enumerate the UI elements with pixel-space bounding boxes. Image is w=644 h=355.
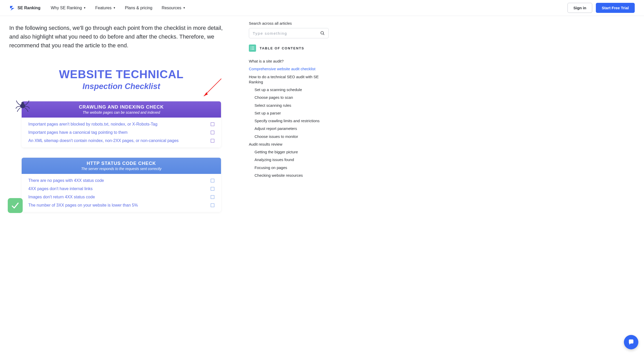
toc-item[interactable]: Specify crawling limits and restrictions bbox=[255, 117, 329, 125]
checklist-subtitle: Inspection Checklist bbox=[14, 82, 228, 91]
toc-item[interactable]: Set up a parser bbox=[255, 109, 329, 117]
svg-point-6 bbox=[251, 47, 251, 47]
checkbox-icon bbox=[211, 195, 214, 199]
checklist-body: There are no pages with 4XX status code … bbox=[22, 174, 221, 212]
section-subheading: The website pages can be scanned and ind… bbox=[27, 110, 216, 114]
svg-rect-11 bbox=[252, 49, 254, 50]
main-nav: Why SE Ranking ▼ Features ▼ Plans & pric… bbox=[51, 6, 185, 10]
logo-icon bbox=[9, 5, 15, 11]
checklist-item-label: Important pages aren't blocked by robots… bbox=[28, 122, 157, 127]
checkbox-icon bbox=[211, 203, 214, 207]
site-header: SE Ranking Why SE Ranking ▼ Features ▼ P… bbox=[0, 0, 644, 16]
svg-line-5 bbox=[323, 34, 324, 35]
logo[interactable]: SE Ranking bbox=[9, 5, 40, 11]
toc-item[interactable]: Set up a scanning schedule bbox=[255, 86, 329, 94]
svg-rect-9 bbox=[252, 48, 254, 48]
checklist-section-head: HTTP STATUS CODE CHECK The server respon… bbox=[22, 158, 221, 174]
toc-item[interactable]: Adjust report parameters bbox=[255, 125, 329, 132]
logo-text: SE Ranking bbox=[18, 6, 40, 10]
svg-point-3 bbox=[21, 102, 24, 105]
article-main: In the following sections, we'll go thro… bbox=[9, 21, 233, 212]
checkbox-icon bbox=[211, 187, 214, 191]
svg-point-8 bbox=[251, 48, 251, 49]
search-label: Search across all articles bbox=[249, 21, 329, 25]
svg-point-4 bbox=[321, 31, 324, 34]
chevron-down-icon: ▼ bbox=[83, 6, 86, 9]
sign-in-button[interactable]: Sign in bbox=[567, 3, 592, 13]
checklist-section-head: CRAWLING AND INDEXING CHECK The website … bbox=[22, 101, 221, 118]
chevron-down-icon: ▼ bbox=[113, 6, 116, 9]
checklist-item-label: Important pages have a canonical tag poi… bbox=[28, 130, 128, 135]
toc-header: TABLE OF CONTENTS bbox=[249, 45, 329, 52]
checkbox-icon bbox=[211, 131, 214, 134]
checklist-row: The number of 3XX pages on your website … bbox=[22, 201, 221, 209]
search-box[interactable] bbox=[249, 28, 329, 38]
intro-text: In the following sections, we'll go thro… bbox=[9, 24, 233, 50]
checklist-item-label: There are no pages with 4XX status code bbox=[28, 178, 104, 183]
checklist-row: Important pages have a canonical tag poi… bbox=[22, 128, 221, 137]
checkbox-icon bbox=[211, 179, 214, 182]
svg-point-10 bbox=[251, 49, 251, 50]
intro-paragraph: In the following sections, we'll go thro… bbox=[9, 24, 233, 50]
nav-label: Resources bbox=[162, 6, 181, 10]
checklist-row: Images don't return 4XX status code bbox=[22, 193, 221, 201]
section-heading: CRAWLING AND INDEXING CHECK bbox=[27, 104, 216, 110]
nav-resources[interactable]: Resources ▼ bbox=[162, 6, 185, 10]
checkbox-icon bbox=[211, 122, 214, 126]
checklist-row: There are no pages with 4XX status code bbox=[22, 176, 221, 185]
checklist-item-label: The number of 3XX pages on your website … bbox=[28, 203, 138, 208]
header-right: Sign in Start Free Trial bbox=[567, 3, 635, 13]
nav-features[interactable]: Features ▼ bbox=[95, 6, 116, 10]
toc-item[interactable]: Getting the bigger picture bbox=[255, 148, 329, 156]
nav-label: Why SE Ranking bbox=[51, 6, 82, 10]
section-heading: HTTP STATUS CODE CHECK bbox=[27, 161, 216, 166]
toc-item[interactable]: Checking website resources bbox=[255, 172, 329, 179]
checklist-title: WEBSITE TECHNICAL bbox=[14, 68, 228, 81]
toc-heading: TABLE OF CONTENTS bbox=[260, 46, 304, 50]
checklist-row: 4XX pages don't have internal links bbox=[22, 185, 221, 193]
toc-item[interactable]: Choose issues to monitor bbox=[255, 133, 329, 140]
header-left: SE Ranking Why SE Ranking ▼ Features ▼ P… bbox=[9, 5, 185, 11]
nav-why[interactable]: Why SE Ranking ▼ bbox=[51, 6, 86, 10]
annotation-arrow-icon bbox=[201, 77, 223, 99]
checklist-graphic: WEBSITE TECHNICAL Inspection Checklist C… bbox=[9, 68, 233, 212]
article-sidebar: Search across all articles TABLE OF CONT… bbox=[249, 21, 329, 212]
checklist-body: Important pages aren't blocked by robots… bbox=[22, 118, 221, 147]
toc-list-icon bbox=[249, 45, 256, 52]
search-icon[interactable] bbox=[320, 31, 325, 36]
nav-label: Features bbox=[95, 6, 112, 10]
checklist-row: Important pages aren't blocked by robots… bbox=[22, 120, 221, 128]
spider-icon bbox=[15, 98, 30, 113]
chevron-down-icon: ▼ bbox=[183, 6, 185, 9]
toc-item[interactable]: Analyzing issues found bbox=[255, 156, 329, 164]
section-subheading: The server responds to the requests sent… bbox=[27, 167, 216, 171]
checklist-section-crawling: CRAWLING AND INDEXING CHECK The website … bbox=[22, 101, 221, 147]
checklist-item-label: 4XX pages don't have internal links bbox=[28, 187, 92, 191]
checkmark-badge-icon bbox=[8, 198, 23, 213]
table-of-contents: What is a site audit? Comprehensive webs… bbox=[249, 57, 329, 179]
checkbox-icon bbox=[211, 139, 214, 143]
checklist-item-label: Images don't return 4XX status code bbox=[28, 195, 95, 199]
toc-item[interactable]: What is a site audit? bbox=[249, 57, 329, 65]
toc-item[interactable]: Select scanning rules bbox=[255, 102, 329, 109]
toc-item[interactable]: How to do a technical SEO audit with SE … bbox=[249, 73, 329, 86]
start-trial-button[interactable]: Start Free Trial bbox=[596, 3, 635, 13]
checklist-item-label: An XML sitemap doesn't contain noindex, … bbox=[28, 138, 179, 143]
checklist-section-http: HTTP STATUS CODE CHECK The server respon… bbox=[22, 158, 221, 212]
search-input[interactable] bbox=[253, 31, 318, 36]
svg-rect-7 bbox=[252, 47, 254, 47]
toc-item[interactable]: Choose pages to scan bbox=[255, 94, 329, 101]
toc-item[interactable]: Focusing on pages bbox=[255, 164, 329, 172]
checklist-row: An XML sitemap doesn't contain noindex, … bbox=[22, 137, 221, 145]
toc-item[interactable]: Comprehensive website audit checklist bbox=[249, 65, 329, 73]
nav-plans[interactable]: Plans & pricing bbox=[125, 6, 152, 10]
nav-label: Plans & pricing bbox=[125, 6, 152, 10]
toc-item[interactable]: Audit results review bbox=[249, 140, 329, 148]
